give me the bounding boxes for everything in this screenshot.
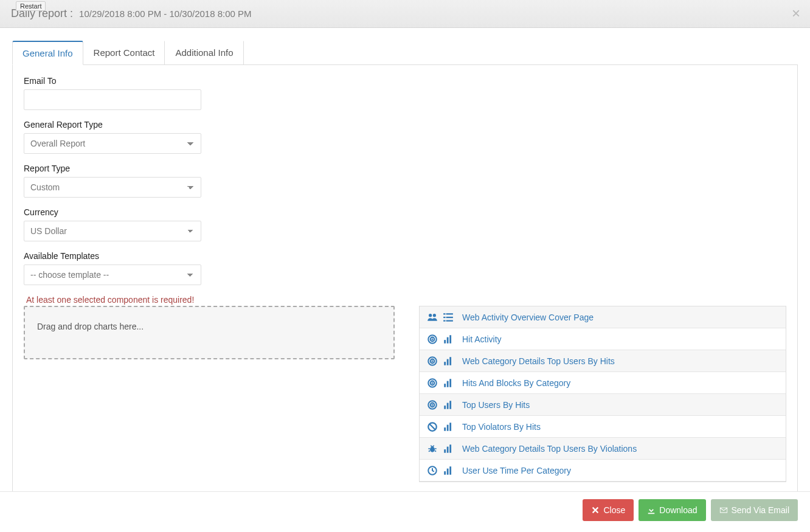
svg-rect-13: [449, 335, 451, 344]
target-icon: [427, 334, 438, 344]
svg-rect-34: [444, 427, 446, 431]
svg-point-10: [432, 339, 432, 339]
svg-point-1: [433, 314, 436, 317]
template-item[interactable]: Top Violators By Hits: [420, 416, 786, 438]
svg-rect-30: [447, 402, 449, 409]
svg-rect-3: [446, 313, 453, 314]
svg-point-37: [430, 446, 435, 452]
general-report-type-select[interactable]: Overall Report: [24, 133, 201, 154]
bars-icon: [443, 444, 454, 454]
close-button[interactable]: Close: [583, 499, 634, 521]
email-group: Email To: [24, 76, 201, 110]
target-icon: [427, 356, 438, 366]
error-message: At least one selected component is requi…: [26, 295, 786, 305]
bars-icon: [443, 400, 454, 410]
svg-rect-43: [447, 468, 449, 474]
svg-rect-31: [449, 401, 451, 409]
bars-icon: [443, 334, 454, 344]
ban-icon: [427, 422, 438, 432]
send-email-button[interactable]: Send Via Email: [711, 499, 798, 521]
template-item-label: Web Category Details Top Users By Violat…: [462, 444, 637, 454]
bars-icon: [443, 378, 454, 388]
users-icon: [427, 313, 438, 322]
template-item[interactable]: Web Category Details Top Users By Violat…: [420, 438, 786, 460]
svg-rect-11: [444, 340, 446, 344]
tab-bar: General Info Report Contact Additional I…: [12, 40, 798, 65]
bug-icon: [427, 444, 438, 454]
template-item-label: Top Users By Hits: [462, 400, 530, 410]
email-field[interactable]: [24, 89, 201, 110]
download-button[interactable]: Download: [639, 499, 705, 521]
templates-label: Available Templates: [24, 251, 201, 261]
templates-select[interactable]: -- choose template --: [24, 264, 201, 285]
svg-rect-35: [447, 424, 449, 430]
modal-footer: Close Download Send Via Email: [0, 491, 810, 532]
template-item[interactable]: Hits And Blocks By Category: [420, 372, 786, 394]
svg-rect-36: [449, 423, 451, 431]
restart-button[interactable]: Restart: [16, 1, 46, 11]
template-item-label: Web Activity Overview Cover Page: [462, 313, 594, 322]
tab-general-info[interactable]: General Info: [12, 41, 83, 65]
currency-select[interactable]: US Dollar: [24, 221, 201, 241]
tab-content: Email To General Report Type Overall Rep…: [12, 65, 798, 491]
template-item[interactable]: User Use Time Per Category: [420, 460, 786, 482]
svg-rect-17: [444, 362, 446, 365]
svg-point-22: [432, 382, 432, 383]
templates-group: Available Templates -- choose template -…: [24, 251, 201, 285]
svg-rect-29: [444, 406, 446, 409]
report-type-group: Report Type Custom: [24, 164, 201, 198]
clock-icon: [427, 466, 438, 475]
target-icon: [427, 378, 438, 388]
svg-rect-6: [443, 320, 445, 321]
bars-icon: [443, 466, 454, 475]
template-list[interactable]: Web Activity Overview Cover PageHit Acti…: [419, 306, 786, 482]
download-button-label: Download: [659, 505, 697, 515]
send-email-button-label: Send Via Email: [732, 505, 789, 515]
report-type-select[interactable]: Custom: [24, 177, 201, 198]
template-item[interactable]: Top Users By Hits: [420, 394, 786, 416]
bars-icon: [443, 422, 454, 432]
modal-body: General Info Report Contact Additional I…: [0, 28, 810, 491]
svg-rect-40: [449, 444, 451, 453]
list-icon: [443, 313, 454, 322]
template-item-label: Hit Activity: [462, 334, 502, 344]
svg-line-33: [430, 424, 435, 429]
svg-point-16: [432, 361, 432, 361]
report-modal: Restart Daily report : 10/29/2018 8:00 P…: [0, 0, 810, 532]
svg-point-28: [432, 404, 432, 405]
svg-rect-19: [449, 357, 451, 365]
tab-report-contact[interactable]: Report Contact: [83, 41, 165, 65]
bars-icon: [443, 356, 454, 366]
close-button-label: Close: [603, 505, 625, 515]
template-item-label: Top Violators By Hits: [462, 422, 541, 432]
drop-zone-text: Drag and drop charts here...: [37, 322, 144, 331]
template-item[interactable]: Web Activity Overview Cover Page: [420, 306, 786, 328]
svg-point-0: [429, 314, 432, 317]
tab-additional-info[interactable]: Additional Info: [165, 41, 243, 65]
svg-rect-5: [446, 316, 453, 317]
template-item[interactable]: Hit Activity: [420, 328, 786, 350]
currency-label: Currency: [24, 207, 201, 217]
modal-date-range: 10/29/2018 8:00 PM - 10/30/2018 8:00 PM: [79, 9, 252, 19]
report-type-label: Report Type: [24, 164, 201, 173]
target-icon: [427, 400, 438, 410]
svg-rect-39: [447, 446, 449, 452]
template-item-label: Web Category Details Top Users By Hits: [462, 356, 615, 366]
email-label: Email To: [24, 76, 201, 86]
svg-rect-7: [446, 320, 453, 321]
currency-group: Currency US Dollar: [24, 207, 201, 241]
general-report-type-label: General Report Type: [24, 120, 201, 130]
close-icon[interactable]: ×: [792, 6, 800, 21]
svg-rect-44: [449, 466, 451, 475]
envelope-icon: [719, 506, 728, 514]
components-row: Drag and drop charts here... Web Activit…: [24, 306, 786, 482]
svg-rect-25: [449, 379, 451, 387]
times-icon: [591, 506, 600, 514]
svg-rect-4: [443, 316, 445, 317]
template-item[interactable]: Web Category Details Top Users By Hits: [420, 350, 786, 372]
svg-rect-18: [447, 359, 449, 365]
drop-zone[interactable]: Drag and drop charts here...: [24, 306, 395, 359]
template-item-label: Hits And Blocks By Category: [462, 378, 570, 388]
template-item-label: User Use Time Per Category: [462, 466, 571, 475]
svg-rect-38: [444, 449, 446, 453]
